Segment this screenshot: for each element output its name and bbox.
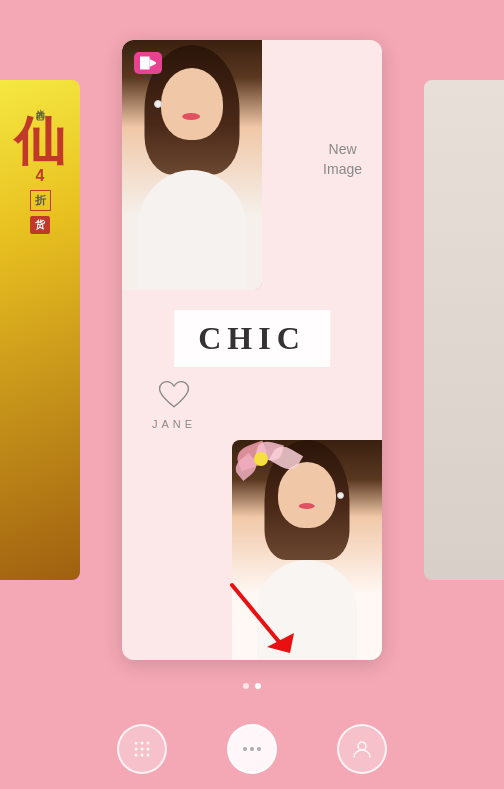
right-side-card: [424, 80, 504, 580]
chic-text-box: CHIC: [174, 310, 330, 367]
video-badge: [134, 52, 162, 74]
svg-point-11: [141, 754, 144, 757]
dot-2-active: [255, 683, 261, 689]
svg-marker-1: [150, 59, 156, 67]
center-card: New Image CHIC: [122, 40, 382, 660]
svg-marker-0: [140, 57, 150, 70]
bottom-photo-area: [232, 440, 382, 660]
chic-text: CHIC: [198, 320, 306, 356]
svg-point-12: [147, 754, 150, 757]
svg-point-13: [243, 747, 247, 751]
left-card-big-text: 仙: [14, 116, 66, 168]
grid-button[interactable]: [117, 724, 167, 774]
grid-dots-icon: [130, 737, 154, 761]
girl-top-photo: [122, 40, 262, 290]
svg-point-16: [358, 742, 366, 750]
bottom-toolbar: [0, 709, 504, 789]
dot-1: [243, 683, 249, 689]
svg-point-7: [135, 748, 138, 751]
svg-point-10: [135, 754, 138, 757]
svg-point-5: [141, 742, 144, 745]
svg-point-9: [147, 748, 150, 751]
heart-icon: [156, 378, 192, 414]
jane-text: JANE: [152, 418, 196, 430]
svg-point-6: [147, 742, 150, 745]
new-image-label: New Image: [323, 140, 362, 179]
svg-point-15: [257, 747, 261, 751]
svg-point-4: [135, 742, 138, 745]
video-camera-icon: [140, 56, 156, 70]
jane-area: JANE: [152, 378, 196, 430]
left-card-medium-text: 4: [36, 168, 45, 184]
svg-point-8: [141, 748, 144, 751]
left-card-discount: 折: [30, 190, 51, 211]
dots-menu-icon: [240, 737, 264, 761]
svg-point-14: [250, 747, 254, 751]
profile-button[interactable]: [337, 724, 387, 774]
left-card-subtitle: 光的自己: [34, 102, 47, 106]
person-circle-icon: [350, 737, 374, 761]
top-photo-area: [122, 40, 262, 290]
dots-menu-button[interactable]: [227, 724, 277, 774]
dot-indicator: [243, 683, 261, 689]
left-card-sale-badge: 货: [30, 216, 50, 234]
left-promo-card: 光的自己 仙 4 折 货: [0, 80, 80, 580]
